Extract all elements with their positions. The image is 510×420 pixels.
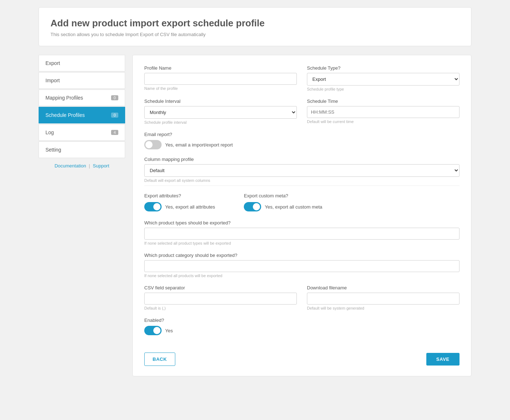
schedule-time-label: Schedule Time <box>307 99 460 104</box>
back-button[interactable]: BACK <box>144 353 175 366</box>
profile-name-input[interactable] <box>144 73 297 85</box>
main-layout: Export Import Mapping Profiles 0 Schedul… <box>39 55 471 376</box>
save-button[interactable]: SAVE <box>426 353 460 366</box>
product-category-group: Which product category should be exporte… <box>144 253 460 278</box>
export-attrs-toggle[interactable] <box>144 202 162 211</box>
sidebar-label-export: Export <box>45 60 60 66</box>
csv-separator-group: CSV field separator Default is (,) <box>144 285 297 310</box>
sidebar-badge-schedule-profiles: 0 <box>111 113 118 118</box>
export-custom-meta-label: Export custom meta? <box>244 193 322 198</box>
email-report-toggle[interactable] <box>144 140 162 149</box>
schedule-time-hint: Default will be current time <box>307 119 460 124</box>
column-mapping-label: Column mapping profile <box>144 157 460 162</box>
column-mapping-select[interactable]: Default <box>144 164 460 177</box>
csv-separator-hint: Default is (,) <box>144 306 297 310</box>
schedule-type-label: Schedule Type? <box>307 65 460 71</box>
download-filename-hint: Default will be system generated <box>307 306 460 310</box>
sidebar-item-log[interactable]: Log 4 <box>39 124 125 141</box>
csv-separator-input[interactable] <box>144 293 297 305</box>
sidebar-item-import[interactable]: Import <box>39 72 125 89</box>
content-card: Profile Name Name of the profile Schedul… <box>132 55 471 376</box>
export-custom-meta-slider <box>244 202 261 211</box>
enabled-label: Enabled? <box>144 318 460 323</box>
profile-name-hint: Name of the profile <box>144 86 297 91</box>
sidebar-item-export[interactable]: Export <box>39 55 125 71</box>
form-row-csv: CSV field separator Default is (,) Downl… <box>144 285 460 310</box>
product-category-hint: If none selected all products will be ex… <box>144 274 460 278</box>
sidebar-label-log: Log <box>45 130 54 135</box>
form-footer: BACK SAVE <box>144 347 460 366</box>
schedule-time-group: Schedule Time Default will be current ti… <box>307 99 460 124</box>
sidebar-label-import: Import <box>45 78 60 83</box>
export-custom-meta-toggle-row: Yes, export all custom meta <box>244 202 322 211</box>
sidebar-label-mapping-profiles: Mapping Profiles <box>45 95 83 101</box>
form-row-1: Profile Name Name of the profile Schedul… <box>144 65 460 91</box>
enabled-toggle[interactable] <box>144 326 162 335</box>
page-subtitle: This section allows you to schedule Impo… <box>50 32 460 37</box>
enabled-slider <box>144 326 162 335</box>
download-filename-label: Download filename <box>307 285 460 290</box>
sidebar-label-schedule-profiles: Schedule Profiles <box>45 112 85 118</box>
export-attrs-row: Export attributes? Yes, export all attri… <box>144 193 460 213</box>
section-divider-1 <box>144 185 460 186</box>
product-types-hint: If none selected all product types will … <box>144 241 460 245</box>
download-filename-group: Download filename Default will be system… <box>307 285 460 310</box>
enabled-text: Yes <box>165 328 173 333</box>
schedule-interval-select[interactable]: Monthly Weekly Daily Hourly <box>144 106 297 119</box>
schedule-type-group: Schedule Type? Export Import Schedule pr… <box>307 65 460 91</box>
export-custom-meta-group: Export custom meta? Yes, export all cust… <box>244 193 322 213</box>
form-row-2: Schedule Interval Monthly Weekly Daily H… <box>144 99 460 124</box>
schedule-interval-label: Schedule Interval <box>144 99 297 104</box>
enabled-toggle-row: Yes <box>144 326 460 335</box>
column-mapping-group: Column mapping profile Default Default w… <box>144 157 460 183</box>
schedule-type-select[interactable]: Export Import <box>307 73 460 86</box>
export-custom-meta-toggle[interactable] <box>244 202 261 211</box>
download-filename-input[interactable] <box>307 293 460 305</box>
email-report-toggle-row: Yes, email a import/export report <box>144 140 460 149</box>
sidebar-item-mapping-profiles[interactable]: Mapping Profiles 0 <box>39 89 125 106</box>
email-report-text: Yes, email a import/export report <box>165 142 233 148</box>
header-card: Add new product import export schedule p… <box>39 7 471 46</box>
export-attrs-group: Export attributes? Yes, export all attri… <box>144 193 215 213</box>
product-category-input[interactable] <box>144 260 460 272</box>
enabled-section: Enabled? Yes <box>144 318 460 335</box>
support-link[interactable]: Support <box>93 163 109 169</box>
product-types-label: Which product types should be exported? <box>144 220 460 226</box>
link-separator: | <box>89 163 90 169</box>
sidebar-badge-mapping-profiles: 0 <box>111 95 118 100</box>
export-attrs-text: Yes, export all attributes <box>165 204 215 210</box>
column-mapping-hint: Default will export all system columns <box>144 178 460 183</box>
product-category-label: Which product category should be exporte… <box>144 253 460 258</box>
sidebar-item-schedule-profiles[interactable]: Schedule Profiles 0 <box>39 107 125 123</box>
export-attrs-label: Export attributes? <box>144 193 215 198</box>
export-attrs-slider <box>144 202 162 211</box>
schedule-interval-hint: Schedule profile interval <box>144 120 297 124</box>
sidebar-badge-log: 4 <box>111 130 118 135</box>
schedule-type-hint: Schedule profile type <box>307 87 460 91</box>
product-types-input[interactable] <box>144 228 460 240</box>
csv-separator-label: CSV field separator <box>144 285 297 290</box>
sidebar-links: Documentation | Support <box>39 163 125 169</box>
sidebar-label-setting: Setting <box>45 147 61 153</box>
profile-name-group: Profile Name Name of the profile <box>144 65 297 91</box>
page-title: Add new product import export schedule p… <box>50 18 460 29</box>
email-report-section: Email report? Yes, email a import/export… <box>144 132 460 149</box>
email-report-slider <box>144 140 162 149</box>
sidebar-item-setting[interactable]: Setting <box>39 141 125 158</box>
export-attrs-toggle-row: Yes, export all attributes <box>144 202 215 211</box>
export-custom-meta-text: Yes, export all custom meta <box>265 204 322 210</box>
product-types-group: Which product types should be exported? … <box>144 220 460 245</box>
schedule-interval-group: Schedule Interval Monthly Weekly Daily H… <box>144 99 297 124</box>
documentation-link[interactable]: Documentation <box>54 163 86 169</box>
schedule-time-input[interactable] <box>307 106 460 118</box>
sidebar: Export Import Mapping Profiles 0 Schedul… <box>39 55 125 169</box>
page-wrapper: Add new product import export schedule p… <box>39 7 471 376</box>
profile-name-label: Profile Name <box>144 65 297 71</box>
email-report-label: Email report? <box>144 132 460 137</box>
